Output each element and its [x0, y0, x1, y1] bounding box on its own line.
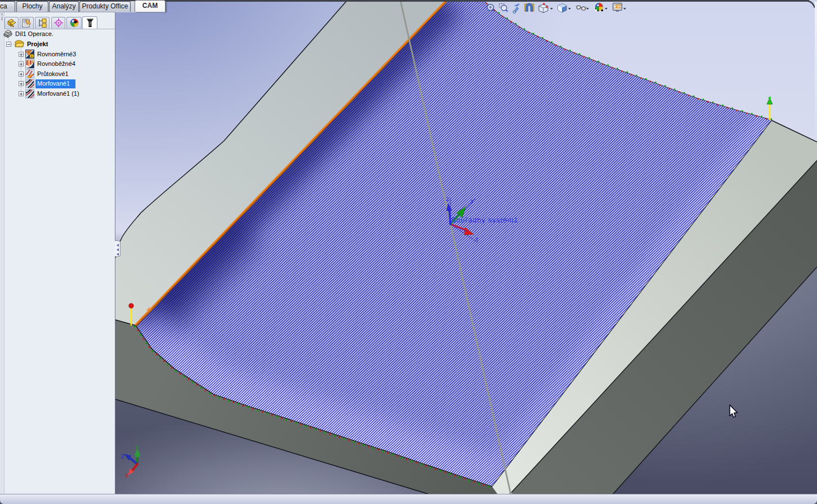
- svg-text:Souřadný systém1: Souřadný systém1: [451, 216, 519, 224]
- svg-text:z: z: [447, 196, 449, 202]
- svg-text:Y: Y: [135, 445, 139, 451]
- svg-text:Z: Z: [121, 454, 124, 460]
- svg-text:y: y: [471, 198, 474, 204]
- svg-text:X: X: [125, 473, 128, 479]
- svg-text:x: x: [475, 236, 478, 242]
